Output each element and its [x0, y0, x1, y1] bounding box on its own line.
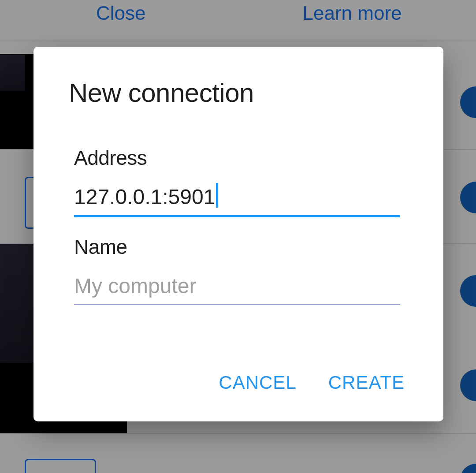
cancel-button[interactable]: CANCEL [219, 372, 296, 393]
address-input-wrap [74, 182, 400, 217]
name-input-wrap [74, 271, 400, 305]
address-input[interactable] [74, 182, 400, 215]
name-input[interactable] [74, 271, 400, 304]
name-field-group: Name [74, 235, 400, 305]
name-label: Name [74, 235, 400, 259]
new-connection-dialog: New connection Address Name CANCEL CREAT… [33, 47, 443, 421]
dialog-actions: CANCEL CREATE [69, 372, 408, 404]
text-caret [216, 183, 218, 208]
dialog-title: New connection [69, 78, 408, 108]
address-field-group: Address [74, 146, 400, 217]
address-label: Address [74, 146, 400, 170]
create-button[interactable]: CREATE [328, 372, 405, 393]
